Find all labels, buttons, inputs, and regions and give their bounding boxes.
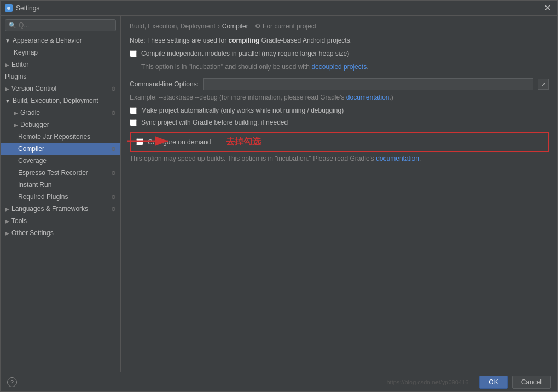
main-content: Build, Execution, Deployment › Compiler … [121, 16, 557, 372]
sidebar-item-build-execution[interactable]: ▼ Build, Execution, Deployment [1, 95, 120, 107]
checkbox-make-auto-label: Make project automatically (only works w… [141, 107, 344, 114]
sync-icon: ⚙ [111, 206, 116, 212]
sync-icon: ⚙ [111, 86, 116, 92]
sidebar-item-espresso[interactable]: Espresso Test Recorder ⚙ [1, 167, 120, 179]
checkbox-parallel-label: Compile independent modules in parallel … [141, 50, 349, 57]
checkbox-make-auto-input[interactable] [130, 107, 137, 114]
sidebar-item-label: Espresso Test Recorder [18, 169, 88, 177]
sidebar-item-compiler[interactable]: Compiler ⚙ [1, 143, 120, 155]
sidebar-item-editor[interactable]: ▶ Editor [1, 58, 120, 71]
sidebar-item-label: Other Settings [11, 229, 54, 237]
gradle-doc-link[interactable]: documentation [346, 93, 390, 101]
search-box[interactable]: 🔍 [5, 19, 116, 31]
expand-arrow: ▶ [14, 110, 18, 116]
help-button[interactable]: ? [7, 377, 17, 387]
sidebar-item-label: Compiler [18, 145, 44, 153]
sidebar-item-languages[interactable]: ▶ Languages & Frameworks ⚙ [1, 203, 120, 215]
sidebar-item-label: Plugins [5, 73, 26, 80]
expand-arrow: ▶ [5, 218, 9, 224]
configure-demand-wrapper: Configure on demand 去掉勾选 [130, 132, 549, 152]
settings-window: Settings ✕ 🔍 ▼ Appearance & Behavior Key… [0, 0, 558, 392]
incubation-text-1: This option is in "incubation" and shoul… [141, 63, 311, 71]
checkbox-parallel: Compile independent modules in parallel … [130, 50, 549, 57]
checkbox-make-auto: Make project automatically (only works w… [130, 107, 549, 114]
app-icon [5, 4, 13, 12]
sidebar-item-label: Required Plugins [18, 193, 68, 201]
watermark: https://blog.csdn.net/yp090416 [386, 379, 468, 385]
breadcrumb-separator: › [218, 22, 220, 30]
close-button[interactable]: ✕ [542, 3, 553, 13]
title-bar: Settings ✕ [1, 1, 557, 16]
command-line-row: Command-line Options: ⤢ [130, 78, 549, 90]
sidebar-item-label: Coverage [18, 157, 47, 165]
sidebar-item-label: Build, Execution, Deployment [13, 97, 98, 104]
sync-icon: ⚙ [111, 194, 116, 200]
main-body: Note: These settings are used for compil… [121, 33, 557, 372]
expand-arrow: ▶ [5, 206, 9, 212]
checkbox-sync-input[interactable] [130, 119, 137, 126]
sidebar-item-label: Keymap [14, 49, 38, 56]
arrow-wrapper [124, 132, 173, 153]
sidebar-item-label: Gradle [20, 109, 40, 116]
sidebar-item-debugger[interactable]: ▶ Debugger [1, 119, 120, 131]
cancel-button[interactable]: Cancel [512, 376, 551, 389]
sidebar-item-label: Editor [11, 61, 28, 68]
breadcrumb-build: Build, Execution, Deployment [130, 22, 216, 30]
sidebar-item-label: Version Control [11, 85, 56, 92]
sidebar-item-label: Instant Run [18, 181, 51, 189]
configure-on-demand-box: Configure on demand 去掉勾选 [130, 132, 549, 152]
sidebar-item-appearance[interactable]: ▼ Appearance & Behavior [1, 34, 120, 46]
command-line-input[interactable] [203, 78, 533, 90]
window-title: Settings [16, 4, 542, 12]
note-line: Note: These settings are used for compil… [130, 36, 549, 45]
incubation-text-2: This option may speed up builds. This op… [130, 155, 376, 162]
gradle-doc-link-2[interactable]: documentation [376, 155, 419, 162]
expand-arrow: ▶ [14, 122, 18, 128]
sidebar-item-label: Remote Jar Repositories [18, 133, 90, 141]
sidebar-item-other-settings[interactable]: ▶ Other Settings [1, 227, 120, 239]
sync-icon: ⚙ [111, 146, 116, 152]
note-bold: compiling [229, 37, 260, 44]
sidebar-item-required-plugins[interactable]: Required Plugins ⚙ [1, 191, 120, 203]
arrow-svg [124, 132, 173, 151]
sidebar-item-label: Languages & Frameworks [11, 205, 88, 213]
example-text: Example: --stacktrace --debug (for more … [130, 93, 549, 101]
bottom-bar: ? https://blog.csdn.net/yp090416 OK Canc… [1, 372, 557, 391]
main-layout: 🔍 ▼ Appearance & Behavior Keymap ▶ Edito… [1, 16, 557, 372]
incubation-suffix-1: . [367, 63, 368, 71]
sidebar-item-label: Appearance & Behavior [13, 37, 82, 44]
search-input[interactable] [19, 21, 112, 29]
project-link: ⚙ For current project [255, 22, 316, 30]
search-icon: 🔍 [9, 22, 16, 29]
sidebar-item-instant-run[interactable]: Instant Run [1, 179, 120, 191]
bottom-right: https://blog.csdn.net/yp090416 OK Cancel [386, 376, 551, 389]
expand-button[interactable]: ⤢ [538, 79, 549, 90]
sidebar-item-plugins[interactable]: Plugins [1, 71, 120, 83]
breadcrumb-compiler: Compiler [222, 22, 248, 30]
sidebar-item-keymap[interactable]: Keymap [1, 46, 120, 58]
command-line-label: Command-line Options: [130, 80, 199, 88]
sidebar-item-coverage[interactable]: Coverage [1, 155, 120, 167]
decoupled-link[interactable]: decoupled projects [311, 63, 367, 71]
breadcrumb: Build, Execution, Deployment › Compiler … [121, 16, 557, 33]
note-suffix: Gradle-based Android projects. [259, 37, 352, 44]
ok-button[interactable]: OK [479, 376, 507, 389]
sync-icon: ⚙ [111, 110, 116, 116]
expand-arrow: ▶ [5, 230, 9, 236]
sidebar-item-gradle[interactable]: ▶ Gradle ⚙ [1, 107, 120, 119]
expand-arrow: ▶ [5, 86, 9, 92]
sidebar-item-label: Debugger [20, 121, 49, 128]
sidebar-item-remote-jar[interactable]: Remote Jar Repositories [1, 131, 120, 143]
sidebar-item-version-control[interactable]: ▶ Version Control ⚙ [1, 83, 120, 95]
incubation-suffix-2: . [419, 155, 421, 162]
checkbox-parallel-input[interactable] [130, 50, 137, 57]
checkbox-sync-label: Sync project with Gradle before building… [141, 119, 288, 126]
incubation-note-2: This option may speed up builds. This op… [130, 154, 549, 163]
expand-arrow: ▼ [5, 38, 10, 44]
example-prefix: Example: --stacktrace --debug (for more … [130, 93, 346, 101]
incubation-note-1: This option is in "incubation" and shoul… [130, 62, 549, 72]
checkbox-sync: Sync project with Gradle before building… [130, 119, 549, 126]
bottom-left: ? [7, 377, 17, 387]
svg-point-1 [7, 7, 10, 10]
sidebar-item-tools[interactable]: ▶ Tools [1, 215, 120, 227]
